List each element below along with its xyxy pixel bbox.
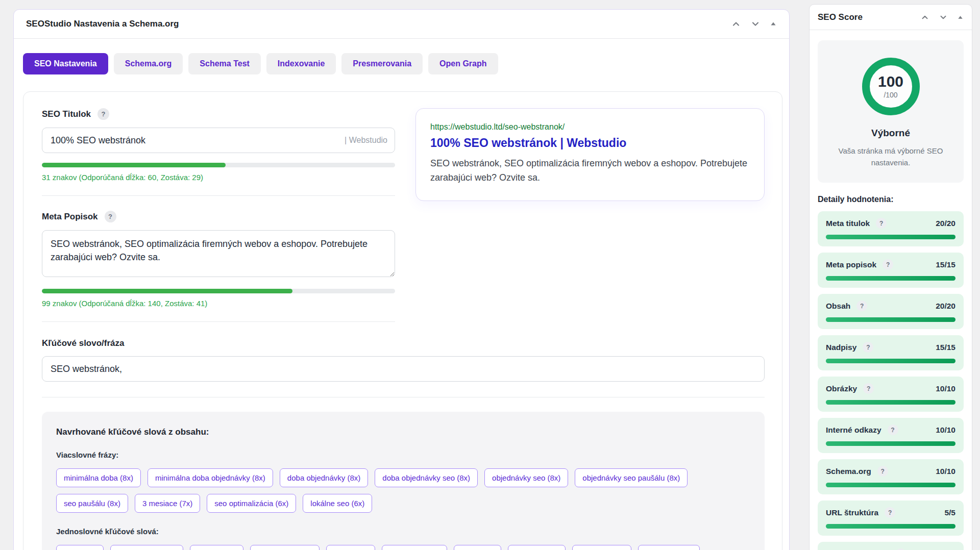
keyword-pill[interactable]: webu (8x) (326, 545, 375, 550)
collapse-toggle-icon[interactable] (957, 14, 964, 21)
seostudio-panel: SEOStudio Nastavenia a Schema.org SEO Na… (13, 9, 790, 550)
detail-label: Obsah (826, 302, 850, 311)
score-detail-item: Meta popisok ? 15/15 (818, 253, 964, 288)
tab-open-graph[interactable]: Open Graph (428, 53, 498, 74)
serp-preview-title: 100% SEO webstránok | Webstudio (430, 136, 750, 150)
detail-help-icon[interactable]: ? (863, 342, 873, 353)
detail-help-icon[interactable]: ? (856, 301, 867, 311)
panel-header: SEOStudio Nastavenia a Schema.org (14, 10, 789, 39)
detail-help-icon[interactable]: ? (863, 383, 874, 394)
keyword-pill[interactable]: doba (8x) (454, 545, 501, 550)
keyword-pill[interactable]: seo (51x) (56, 545, 104, 550)
keyword-input[interactable] (42, 356, 765, 382)
keyword-pill[interactable]: google (9x) (190, 545, 243, 550)
move-up-icon[interactable] (920, 13, 929, 22)
score-detail-item: Interné odkazy ? 10/10 (818, 418, 964, 453)
move-down-icon[interactable] (939, 13, 948, 22)
move-down-icon[interactable] (750, 19, 761, 29)
details-heading: Detaily hodnotenia: (818, 195, 964, 204)
detail-help-icon[interactable]: ? (877, 466, 888, 477)
seo-title-input[interactable] (42, 128, 395, 153)
detail-progress-bar (826, 317, 955, 322)
score-rating: Výborné (871, 128, 910, 139)
score-ring: 100 /100 (862, 58, 920, 115)
meta-description-char-counter: 99 znakov (Odporúčaná dĺžka: 140, Zostáv… (42, 299, 395, 308)
score-detail-list: Meta titulok ? 20/20 Meta popisok ? 15/1… (818, 211, 964, 550)
single-word-pill-row: seo (51x)optimalizác (13x)google (9x)obj… (56, 545, 750, 550)
serp-preview-description: SEO webstránok, SEO optimalizácia firemn… (430, 157, 750, 185)
keyword-pill[interactable]: mesiace (8x) (572, 545, 631, 550)
meta-description-textarea[interactable]: SEO webstránok, SEO optimalizácia firemn… (42, 230, 395, 277)
keyword-pill[interactable]: paušálu (8x) (508, 545, 566, 550)
seo-title-help-icon[interactable]: ? (97, 108, 109, 120)
detail-label: Schema.org (826, 467, 871, 476)
detail-label: URL štruktúra (826, 508, 878, 517)
detail-progress-bar (826, 441, 955, 446)
seo-settings-card: SEO Titulok ? | Webstudio 31 znakov (Odp… (23, 91, 782, 550)
keyword-pill[interactable]: doba objednávky (8x) (280, 468, 368, 487)
score-detail-item: Schema.org ? 10/10 (818, 459, 964, 494)
keyword-pill[interactable]: mesačne (8x) (638, 545, 700, 550)
seo-title-progress-fill (42, 163, 226, 167)
keyword-pill[interactable]: 3 mesiace (7x) (135, 494, 200, 513)
detail-score: 10/10 (936, 384, 955, 393)
detail-label: Meta titulok (826, 219, 870, 228)
detail-progress-bar (826, 235, 955, 239)
seo-score-title: SEO Score (818, 12, 920, 22)
detail-progress-bar (826, 359, 955, 363)
keyword-pill[interactable]: objednávky seo (8x) (484, 468, 568, 487)
meta-description-progress-fill (42, 289, 292, 293)
keyword-pill[interactable]: minimálna doba (8x) (56, 468, 141, 487)
score-detail-item: Keyword density ? 5/5 (818, 542, 964, 550)
detail-score: 5/5 (944, 508, 955, 517)
keyword-pill[interactable]: optimalizác (13x) (110, 545, 183, 550)
seo-score-header: SEO Score (810, 5, 972, 30)
detail-progress-bar (826, 400, 955, 405)
detail-score: 15/15 (936, 343, 955, 352)
meta-description-help-icon[interactable]: ? (105, 211, 116, 222)
keyword-pill[interactable]: seo optimalizácia (6x) (207, 494, 296, 513)
serp-preview-card: https://webstudio.ltd/seo-webstranok/ 10… (415, 108, 765, 201)
meta-description-label: Meta Popisok (42, 212, 98, 222)
detail-help-icon[interactable]: ? (885, 507, 895, 518)
single-word-label: Jednoslovné kľúčové slová: (56, 527, 750, 536)
panel-title: SEOStudio Nastavenia a Schema.org (26, 19, 731, 29)
detail-help-icon[interactable]: ? (888, 424, 898, 435)
detail-label: Meta popisok (826, 260, 876, 269)
seo-score-panel: SEO Score 100 /100 Výborné Vaša stránka … (809, 4, 972, 550)
detail-label: Obrázky (826, 384, 857, 393)
detail-score: 10/10 (936, 467, 955, 476)
tab-seo-nastavenia[interactable]: SEO Nastavenia (23, 53, 108, 74)
seo-title-char-counter: 31 znakov (Odporúčaná dĺžka: 60, Zostáva… (42, 173, 395, 182)
detail-help-icon[interactable]: ? (883, 259, 893, 270)
keyword-pill[interactable]: doba objednávky seo (8x) (375, 468, 478, 487)
score-detail-item: URL štruktúra ? 5/5 (818, 501, 964, 536)
meta-description-progress-track (42, 289, 395, 293)
multi-word-label: Viacslovné frázy: (56, 451, 750, 459)
keyword-pill[interactable]: minimálna doba objednávky (8x) (148, 468, 273, 487)
tab-indexovanie[interactable]: Indexovanie (266, 53, 336, 74)
score-detail-item: Meta titulok ? 20/20 (818, 211, 964, 246)
keyword-pill[interactable]: objednávky (9x) (250, 545, 320, 550)
tab-presmerovania[interactable]: Presmerovania (341, 53, 423, 74)
move-up-icon[interactable] (731, 19, 741, 29)
divider (42, 397, 765, 397)
suggested-keywords-box: Navrhované kľúčové slová z obsahu: Viacs… (42, 412, 765, 550)
detail-score: 10/10 (936, 426, 955, 435)
score-detail-item: Nadpisy ? 15/15 (818, 335, 964, 370)
collapse-toggle-icon[interactable] (770, 20, 777, 28)
detail-label: Interné odkazy (826, 426, 881, 435)
tab-schema-test[interactable]: Schema Test (188, 53, 261, 74)
divider (42, 195, 395, 196)
detail-help-icon[interactable]: ? (876, 218, 887, 229)
tab-bar: SEO NastaveniaSchema.orgSchema TestIndex… (23, 53, 780, 74)
keyword-pill[interactable]: seo paušálu (8x) (56, 494, 128, 513)
tab-schema-org[interactable]: Schema.org (114, 53, 183, 74)
keyword-pill[interactable]: objednávky seo paušálu (8x) (575, 468, 688, 487)
detail-progress-bar (826, 524, 955, 529)
keyword-pill[interactable]: minimálna (8x) (382, 545, 447, 550)
divider (42, 321, 395, 322)
suggestions-heading: Navrhované kľúčové slová z obsahu: (56, 427, 750, 437)
seo-title-label: SEO Titulok (42, 109, 91, 119)
keyword-pill[interactable]: lokálne seo (6x) (303, 494, 372, 513)
